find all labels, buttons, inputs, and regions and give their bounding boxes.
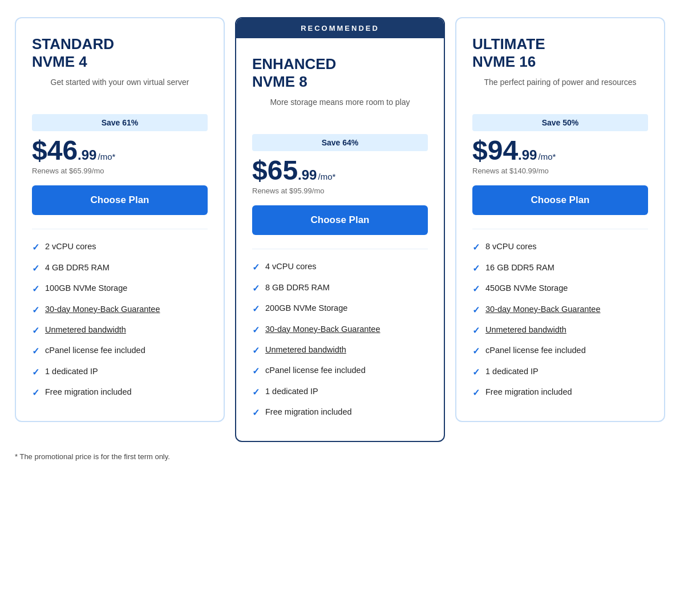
check-icon: ✓: [472, 262, 480, 275]
feature-link[interactable]: 30-day Money-Back Guarantee: [265, 323, 381, 335]
check-icon: ✓: [252, 407, 260, 419]
check-icon: ✓: [32, 283, 39, 295]
feature-text: 1 dedicated IP: [265, 386, 318, 397]
plan-body-ultimate: ULTIMATENVME 16 The perfect pairing of p…: [456, 18, 664, 421]
plan-body-enhanced: ENHANCEDNVME 8 More storage means more r…: [236, 38, 444, 441]
feature-item: ✓ cPanel license fee included: [32, 345, 208, 358]
feature-text: 1 dedicated IP: [45, 366, 98, 377]
check-icon: ✓: [472, 325, 480, 337]
price-row-standard: $46 .99 /mo*: [32, 137, 208, 164]
plan-title-wrap-enhanced: ENHANCEDNVME 8: [252, 55, 428, 91]
feature-item: ✓ 30-day Money-Back Guarantee: [32, 303, 208, 317]
feature-item: ✓ 1 dedicated IP: [32, 366, 208, 379]
check-icon: ✓: [472, 366, 480, 379]
feature-text: 100GB NVMe Storage: [45, 282, 127, 294]
recommended-badge: RECOMMENDED: [236, 18, 444, 38]
feature-text: cPanel license fee included: [45, 345, 145, 356]
feature-item: ✓ 16 GB DDR5 RAM: [472, 262, 648, 275]
feature-link[interactable]: Unmetered bandwidth: [265, 344, 346, 355]
feature-text: 8 GB DDR5 RAM: [265, 282, 330, 293]
feature-link[interactable]: Unmetered bandwidth: [485, 324, 566, 335]
feature-link[interactable]: Unmetered bandwidth: [45, 324, 126, 335]
choose-plan-button-standard[interactable]: Choose Plan: [32, 185, 208, 215]
feature-text: Free migration included: [485, 386, 572, 398]
feature-item: ✓ cPanel license fee included: [252, 364, 428, 378]
feature-item: ✓ 100GB NVMe Storage: [32, 282, 208, 295]
save-badge-enhanced: Save 64%: [252, 134, 428, 151]
price-cents-enhanced: .99: [298, 167, 317, 183]
divider-enhanced: [252, 249, 428, 249]
check-icon: ✓: [32, 241, 39, 254]
price-row-enhanced: $65 .99 /mo*: [252, 157, 428, 184]
feature-item: ✓ 8 vCPU cores: [472, 241, 648, 254]
feature-item: ✓ cPanel license fee included: [472, 345, 648, 358]
choose-plan-button-ultimate[interactable]: Choose Plan: [472, 185, 648, 215]
choose-plan-button-enhanced[interactable]: Choose Plan: [252, 205, 428, 235]
renews-text-ultimate: Renews at $140.99/mo: [472, 167, 648, 175]
feature-item: ✓ Free migration included: [252, 406, 428, 419]
check-icon: ✓: [32, 304, 39, 317]
check-icon: ✓: [472, 387, 480, 399]
feature-text: cPanel license fee included: [265, 364, 366, 376]
renews-text-enhanced: Renews at $95.99/mo: [252, 187, 428, 195]
feature-item: ✓ 1 dedicated IP: [252, 386, 428, 399]
feature-text: 8 vCPU cores: [485, 241, 536, 252]
feature-text: Free migration included: [265, 406, 352, 418]
price-dollar-standard: $46: [32, 137, 78, 164]
features-list-standard: ✓ 2 vCPU cores ✓ 4 GB DDR5 RAM ✓ 100GB N…: [32, 241, 208, 399]
features-list-ultimate: ✓ 8 vCPU cores ✓ 16 GB DDR5 RAM ✓ 450GB …: [472, 241, 648, 399]
feature-item: ✓ Free migration included: [472, 386, 648, 399]
plan-desc-ultimate: The perfect pairing of power and resourc…: [472, 76, 648, 104]
price-per-ultimate: /mo*: [538, 152, 556, 161]
feature-item: ✓ 1 dedicated IP: [472, 366, 648, 379]
check-icon: ✓: [252, 303, 260, 315]
feature-text: 16 GB DDR5 RAM: [485, 262, 554, 273]
feature-item: ✓ 4 vCPU cores: [252, 261, 428, 274]
check-icon: ✓: [472, 345, 480, 358]
feature-text: 2 vCPU cores: [45, 241, 96, 252]
feature-item: ✓ 30-day Money-Back Guarantee: [252, 323, 428, 337]
check-icon: ✓: [32, 345, 39, 358]
feature-item: ✓ Unmetered bandwidth: [472, 324, 648, 337]
plan-title-standard: STANDARDNVME 4: [32, 35, 208, 71]
feature-item: ✓ 450GB NVMe Storage: [472, 282, 648, 295]
plan-title-enhanced: ENHANCEDNVME 8: [252, 55, 428, 91]
feature-text: 4 vCPU cores: [265, 261, 316, 272]
check-icon: ✓: [32, 325, 39, 337]
feature-item: ✓ Unmetered bandwidth: [252, 344, 428, 357]
save-badge-ultimate: Save 50%: [472, 114, 648, 131]
plan-card-enhanced: RECOMMENDED ENHANCEDNVME 8 More storage …: [235, 17, 445, 442]
feature-link[interactable]: 30-day Money-Back Guarantee: [485, 303, 601, 315]
feature-item: ✓ 30-day Money-Back Guarantee: [472, 303, 648, 317]
check-icon: ✓: [252, 386, 260, 399]
divider-ultimate: [472, 229, 648, 229]
check-icon: ✓: [472, 304, 480, 317]
price-cents-ultimate: .99: [518, 147, 537, 163]
feature-text: 200GB NVMe Storage: [265, 302, 347, 314]
check-icon: ✓: [252, 345, 260, 357]
features-list-enhanced: ✓ 4 vCPU cores ✓ 8 GB DDR5 RAM ✓ 200GB N…: [252, 261, 428, 419]
feature-text: cPanel license fee included: [485, 345, 586, 356]
renews-text-standard: Renews at $65.99/mo: [32, 167, 208, 175]
plans-container: STANDARDNVME 4 Get started with your own…: [15, 17, 665, 442]
feature-text: 1 dedicated IP: [485, 366, 539, 377]
footnote: * The promotional price is for the first…: [15, 452, 665, 461]
divider-standard: [32, 229, 208, 229]
feature-text: Free migration included: [45, 386, 132, 398]
check-icon: ✓: [252, 261, 260, 274]
feature-item: ✓ Free migration included: [32, 386, 208, 399]
price-cents-standard: .99: [78, 147, 96, 163]
check-icon: ✓: [472, 241, 480, 254]
feature-item: ✓ 200GB NVMe Storage: [252, 302, 428, 315]
feature-text: 4 GB DDR5 RAM: [45, 262, 110, 273]
check-icon: ✓: [32, 387, 39, 399]
feature-link[interactable]: 30-day Money-Back Guarantee: [45, 303, 160, 315]
plan-desc-standard: Get started with your own virtual server: [32, 76, 208, 104]
price-dollar-ultimate: $94: [472, 137, 518, 164]
check-icon: ✓: [252, 282, 260, 295]
plan-desc-enhanced: More storage means more room to play: [252, 96, 428, 124]
save-badge-standard: Save 61%: [32, 114, 208, 131]
plan-title-wrap-standard: STANDARDNVME 4: [32, 35, 208, 71]
plan-card-standard: STANDARDNVME 4 Get started with your own…: [15, 17, 225, 422]
check-icon: ✓: [252, 365, 260, 378]
